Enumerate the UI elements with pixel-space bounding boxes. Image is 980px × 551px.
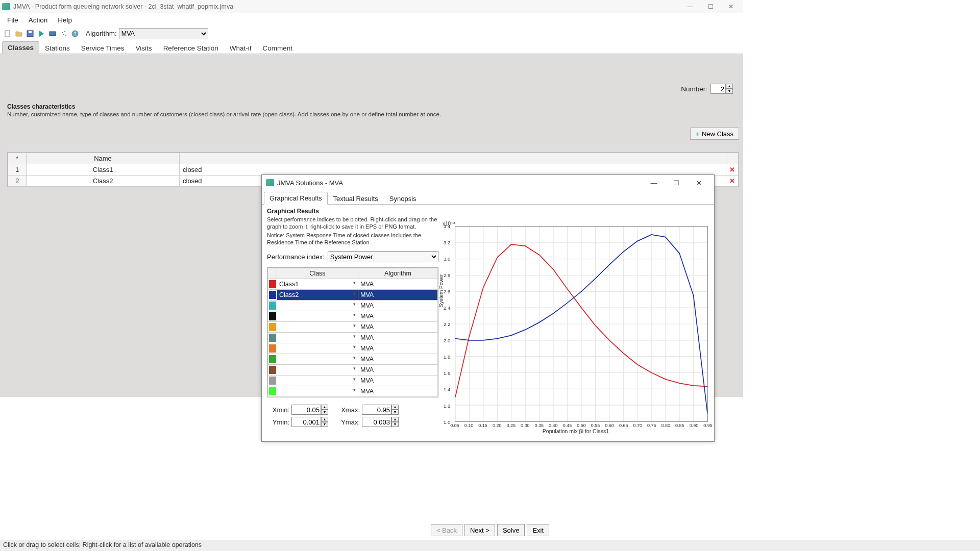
series-color-swatch[interactable] — [268, 279, 277, 290]
ymax-down[interactable]: ▼ — [391, 422, 399, 427]
xmin-down[interactable]: ▼ — [321, 410, 328, 415]
row-name[interactable]: Class1 — [27, 164, 180, 176]
series-table[interactable]: Class Algorithm Class1 MVA Class2 MVA MV… — [267, 267, 438, 397]
xmin-input[interactable] — [291, 405, 321, 415]
delete-row-icon[interactable]: ✕ — [726, 176, 739, 187]
new-class-button[interactable]: New Class — [690, 128, 739, 140]
ymin-input[interactable] — [291, 417, 321, 427]
open-file-icon[interactable] — [14, 29, 23, 38]
series-class-select[interactable] — [277, 311, 358, 322]
series-color-swatch[interactable] — [268, 375, 277, 386]
series-color-swatch[interactable] — [268, 333, 277, 343]
close-button[interactable]: ✕ — [721, 1, 741, 13]
solutions-dialog: JMVA Solutions - MVA — ☐ ✕ Graphical Res… — [261, 174, 715, 442]
exit-button[interactable]: Exit — [527, 524, 549, 536]
series-class-select[interactable]: Class1 — [277, 279, 358, 290]
tab-comment[interactable]: Comment — [257, 42, 298, 54]
series-row[interactable]: MVA — [268, 375, 438, 386]
run-icon[interactable] — [37, 29, 46, 38]
menu-help[interactable]: Help — [54, 15, 76, 26]
table-row[interactable]: 1 Class1 closed ✕ — [8, 164, 739, 176]
series-class-select[interactable] — [277, 375, 358, 386]
series-color-swatch[interactable] — [268, 386, 277, 397]
toolbar: ? Algorithm: MVA — [0, 27, 743, 41]
series-class-select[interactable] — [277, 300, 358, 311]
number-spinner[interactable]: ▲▼ — [710, 84, 733, 94]
series-row[interactable]: MVA — [268, 333, 438, 343]
tab-visits[interactable]: Visits — [130, 42, 158, 54]
menu-file[interactable]: File — [3, 15, 22, 26]
series-color-swatch[interactable] — [268, 322, 277, 333]
series-row[interactable]: MVA — [268, 386, 438, 397]
series-class-select[interactable] — [277, 343, 358, 354]
new-file-icon[interactable] — [3, 29, 12, 38]
series-row[interactable]: MVA — [268, 343, 438, 354]
dialog-minimize-button[interactable]: — — [643, 176, 665, 190]
series-color-swatch[interactable] — [268, 290, 277, 300]
series-row[interactable]: MVA — [268, 322, 438, 333]
help-icon[interactable]: ? — [70, 29, 80, 38]
engine-icon[interactable] — [48, 29, 57, 38]
tab-classes[interactable]: Classes — [2, 41, 39, 54]
tab-whatif[interactable]: What-if — [224, 42, 257, 54]
series-color-swatch[interactable] — [268, 300, 277, 311]
series-row[interactable]: MVA — [268, 354, 438, 365]
series-class-select[interactable] — [277, 386, 358, 397]
series-row[interactable]: MVA — [268, 300, 438, 311]
performance-index-select[interactable]: System Power — [328, 251, 438, 262]
series-class-select[interactable] — [277, 354, 358, 365]
tab-synopsis[interactable]: Synopsis — [384, 192, 422, 205]
xtick-label: 0.20 — [493, 423, 502, 428]
xmax-input[interactable] — [362, 405, 391, 415]
series-color-swatch[interactable] — [268, 365, 277, 375]
solve-button[interactable]: Solve — [497, 524, 525, 536]
tab-textual-results[interactable]: Textual Results — [328, 192, 384, 205]
series-color-swatch[interactable] — [268, 354, 277, 365]
dialog-close-button[interactable]: ✕ — [688, 176, 710, 190]
menu-action[interactable]: Action — [24, 15, 52, 26]
series-row[interactable]: Class1 MVA — [268, 279, 438, 290]
maximize-button[interactable]: ☐ — [700, 1, 721, 13]
xmax-up[interactable]: ▲ — [391, 405, 399, 410]
row-name[interactable]: Class2 — [27, 176, 180, 187]
series-class-select[interactable] — [277, 365, 358, 375]
back-button[interactable]: < Back — [431, 524, 462, 536]
save-file-icon[interactable] — [26, 29, 35, 38]
minimize-button[interactable]: — — [680, 1, 700, 13]
number-label: Number: — [681, 85, 707, 93]
series-color-swatch[interactable] — [268, 311, 277, 322]
ymax-input[interactable] — [362, 417, 391, 427]
series-row[interactable]: MVA — [268, 365, 438, 375]
tab-reference-station[interactable]: Reference Station — [158, 42, 224, 54]
algorithm-select[interactable]: MVA — [119, 28, 208, 39]
series-row[interactable]: MVA — [268, 311, 438, 322]
series-color-swatch[interactable] — [268, 343, 277, 354]
xtick-label: 0.60 — [605, 423, 614, 428]
series-class-select[interactable] — [277, 322, 358, 333]
delete-row-icon[interactable]: ✕ — [726, 164, 739, 176]
xmax-down[interactable]: ▼ — [391, 410, 399, 415]
dialog-maximize-button[interactable]: ☐ — [665, 176, 688, 190]
series-class-select[interactable]: Class2 — [277, 290, 358, 300]
random-icon[interactable] — [59, 29, 68, 38]
xmin-up[interactable]: ▲ — [321, 405, 328, 410]
ymin-up[interactable]: ▲ — [321, 417, 328, 422]
series-row[interactable]: Class2 MVA — [268, 290, 438, 300]
number-input[interactable] — [710, 84, 726, 94]
statusbar: Click or drag to select cells; Right-cli… — [0, 540, 980, 551]
number-down[interactable]: ▼ — [726, 89, 733, 94]
next-button[interactable]: Next > — [464, 524, 495, 536]
ytick-label: 1.0 — [444, 419, 450, 425]
row-type[interactable]: closed — [180, 164, 726, 176]
series-class-select[interactable] — [277, 333, 358, 343]
series-algorithm: MVA — [358, 322, 438, 333]
tab-stations[interactable]: Stations — [39, 42, 76, 54]
ytick-label: 1.8 — [444, 354, 450, 360]
number-up[interactable]: ▲ — [726, 84, 733, 89]
ymin-down[interactable]: ▼ — [321, 422, 328, 427]
ymax-up[interactable]: ▲ — [391, 417, 399, 422]
tab-service-times[interactable]: Service Times — [76, 42, 130, 54]
chart-area[interactable] — [455, 226, 708, 422]
tab-graphical-results[interactable]: Graphical Results — [264, 192, 328, 205]
col-delete — [726, 153, 739, 164]
